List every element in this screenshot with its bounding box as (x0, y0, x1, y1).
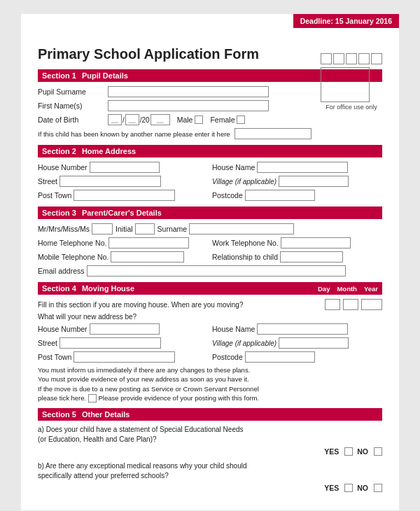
house-name-col: House Name (212, 162, 382, 173)
info4: please tick here. (38, 394, 86, 402)
moving-day-input[interactable] (325, 299, 340, 310)
id-box-2[interactable] (333, 53, 344, 64)
new-village-input[interactable] (279, 337, 349, 349)
new-village-label: Village (if applicable) (212, 340, 276, 347)
relationship-input[interactable] (280, 251, 343, 262)
relationship-label: Relationship to child (212, 253, 278, 261)
id-box-1[interactable] (321, 53, 332, 64)
application-form: Deadline: 15 January 2016 Primary School… (21, 14, 399, 510)
q5b-text: b) Are there any exceptional medical rea… (38, 461, 382, 481)
email-row: Email address (38, 265, 382, 276)
section5-title: Other Details (82, 410, 130, 419)
new-house-name-input[interactable] (257, 323, 348, 335)
section4-header: Section 4 Moving House Day Month Year (38, 282, 382, 295)
title-input[interactable] (92, 223, 113, 234)
id-box-3[interactable] (346, 53, 357, 64)
section4-title: Moving House (82, 284, 134, 293)
work-tel-label: Work Telephone No. (212, 239, 279, 247)
house-name-input[interactable] (257, 162, 348, 173)
carer-name-row: Mr/Mrs/Miss/Ms Initial Surname (38, 223, 382, 234)
for-office-section: For office use only (321, 52, 382, 111)
first-names-label: First Name(s) (38, 102, 108, 110)
surname-input[interactable] (189, 223, 294, 234)
new-street-label: Street (38, 339, 57, 347)
dob-label: Date of Birth (38, 115, 108, 124)
dob-day-input[interactable] (108, 114, 122, 125)
id-box-4[interactable] (358, 53, 370, 64)
id-box-5[interactable] (371, 53, 382, 64)
new-post-town-label: Post Town (38, 353, 71, 361)
street-input[interactable] (59, 176, 161, 187)
new-village-col: Village (if applicable) (212, 337, 382, 349)
section2-label: Section 2 (42, 147, 76, 155)
dob-year-input[interactable] (150, 114, 170, 125)
moving-question: Fill in this section if you are moving h… (38, 301, 325, 309)
email-input[interactable] (87, 265, 346, 276)
new-address-row2: Street Village (if applicable) (38, 337, 382, 349)
deadline-badge: Deadline: 15 January 2016 (293, 14, 399, 28)
year-header: Year (364, 285, 378, 293)
mr-mrs-label: Mr/Mrs/Miss/Ms (38, 225, 90, 233)
section3-label: Section 3 (42, 209, 76, 217)
q5b-no-label: NO (357, 484, 368, 492)
postcode-input[interactable] (245, 190, 315, 201)
mobile-tel-input[interactable] (111, 251, 184, 262)
section5-q2: b) Are there any exceptional medical rea… (38, 461, 382, 492)
dob-month-input[interactable] (125, 114, 139, 125)
home-tel-label: Home Telephone No. (38, 239, 106, 247)
dob-row: Date of Birth / /20 Male Female (38, 114, 382, 125)
q5b-no-checkbox[interactable] (374, 484, 382, 492)
initial-label: Initial (115, 225, 133, 233)
email-label: Email address (38, 267, 85, 275)
village-col: Village (if applicable) (212, 176, 382, 187)
new-house-name-col: House Name (212, 323, 382, 335)
pupil-surname-input[interactable] (108, 86, 269, 97)
home-tel-input[interactable] (108, 237, 189, 248)
section5-label: Section 5 (42, 410, 76, 419)
relationship-col: Relationship to child (212, 251, 382, 262)
q5a-yes-checkbox[interactable] (344, 447, 353, 456)
postcode-label: Postcode (212, 191, 243, 200)
post-town-label: Post Town (38, 191, 71, 200)
new-street-input[interactable] (59, 337, 161, 349)
q5a-yes-label: YES (324, 447, 339, 456)
male-label: Male (177, 115, 193, 124)
section1-label: Section 1 (42, 71, 76, 80)
new-address-row1: House Number House Name (38, 323, 382, 335)
alt-name-text: If this child has been known by another … (38, 130, 230, 138)
work-tel-input[interactable] (281, 237, 351, 248)
female-checkbox[interactable] (237, 115, 245, 124)
new-street-col: Street (38, 337, 208, 349)
q5a-no-label: NO (357, 447, 368, 456)
new-postcode-input[interactable] (245, 351, 315, 363)
initial-input[interactable] (135, 223, 155, 234)
section5-q1: a) Does your child have a statement of S… (38, 425, 382, 456)
work-tel-col: Work Telephone No. (212, 237, 382, 248)
village-label: Village (if applicable) (212, 178, 276, 186)
info-text: You must inform us immediately if there … (38, 365, 382, 402)
dob-sep1: / (122, 116, 125, 124)
male-checkbox[interactable] (195, 115, 203, 124)
section1-title: Pupil Details (82, 71, 128, 80)
dob-sep2: /20 (140, 116, 150, 124)
posting-checkbox[interactable] (88, 394, 97, 402)
first-names-input[interactable] (108, 100, 269, 111)
q5b-yes-checkbox[interactable] (344, 484, 353, 492)
tel-row1: Home Telephone No. Work Telephone No. (38, 237, 382, 248)
new-house-number-input[interactable] (90, 323, 160, 335)
section2-header: Section 2 Home Address (38, 145, 382, 158)
moving-year-input[interactable] (361, 299, 382, 310)
post-town-input[interactable] (74, 190, 175, 201)
alt-name-input[interactable] (234, 128, 312, 139)
home-address-row1: House Number House Name (38, 162, 382, 173)
moving-month-input[interactable] (343, 299, 358, 310)
street-label: Street (38, 177, 57, 186)
new-post-town-input[interactable] (74, 351, 175, 363)
section5-header: Section 5 Other Details (38, 408, 382, 421)
village-input[interactable] (279, 176, 349, 187)
house-number-input[interactable] (90, 162, 160, 173)
section4-label: Section 4 (42, 284, 76, 293)
surname-label: Surname (158, 225, 188, 233)
q5a-no-checkbox[interactable] (374, 447, 382, 456)
id-big-box[interactable] (321, 67, 370, 102)
